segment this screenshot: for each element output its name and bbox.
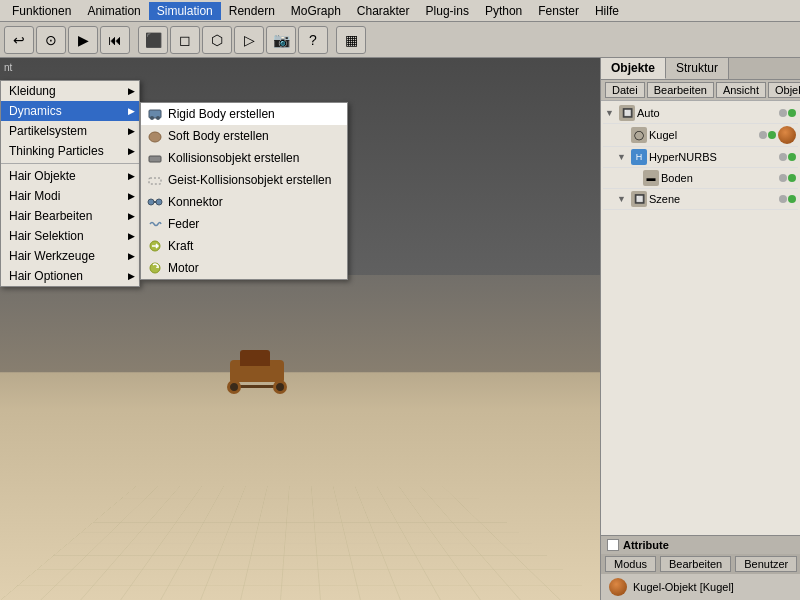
svg-rect-5 bbox=[149, 178, 161, 184]
menu-kleidung[interactable]: Kleidung bbox=[1, 81, 139, 101]
toolbar-btn5[interactable]: ⬛ bbox=[138, 26, 168, 54]
toolbar-undo[interactable]: ↩ bbox=[4, 26, 34, 54]
toolbar-btn4[interactable]: ⏮ bbox=[100, 26, 130, 54]
toolbar-btn3[interactable]: ▶ bbox=[68, 26, 98, 54]
menu-hair-modi[interactable]: Hair Modi bbox=[1, 186, 139, 206]
menu-simulation[interactable]: Simulation bbox=[149, 2, 221, 20]
submenu-kraft[interactable]: Kraft bbox=[141, 235, 347, 257]
obj-tree: ▼ 🔲 Auto ◯ Kugel ▼ bbox=[601, 101, 800, 535]
main-layout: nt Kleidung Dynamics Partikelsystem Thin… bbox=[0, 58, 800, 600]
menu-partikelsystem[interactable]: Partikelsystem bbox=[1, 121, 139, 141]
toolbar-help[interactable]: ? bbox=[298, 26, 328, 54]
menu-hair-optionen[interactable]: Hair Optionen bbox=[1, 266, 139, 286]
svg-point-1 bbox=[150, 116, 154, 120]
menu-rendern[interactable]: Rendern bbox=[221, 2, 283, 20]
menu-hair-bearbeiten[interactable]: Hair Bearbeiten bbox=[1, 206, 139, 226]
toolbar-camera[interactable]: 📷 bbox=[266, 26, 296, 54]
dot1 bbox=[779, 195, 787, 203]
expand-hypernurbs: ▼ bbox=[617, 152, 629, 162]
dynamics-submenu: Rigid Body erstellen Soft Body erstellen bbox=[140, 102, 348, 280]
attr-tab-bearbeiten[interactable]: Bearbeiten bbox=[660, 556, 731, 572]
svg-point-3 bbox=[149, 132, 161, 142]
obj-row-hypernurbs[interactable]: ▼ H HyperNURBS bbox=[603, 147, 798, 168]
obj-name-szene: Szene bbox=[649, 193, 777, 205]
right-panel: Objekte Struktur Datei Bearbeiten Ansich… bbox=[600, 58, 800, 600]
menu-mograph[interactable]: MoGraph bbox=[283, 2, 349, 20]
toolbar-btn2[interactable]: ⊙ bbox=[36, 26, 66, 54]
submenu-konnektor[interactable]: Konnektor bbox=[141, 191, 347, 213]
menu-dynamics[interactable]: Dynamics bbox=[1, 101, 139, 121]
car-model bbox=[222, 354, 292, 394]
menu-funktionen[interactable]: Funktionen bbox=[4, 2, 79, 20]
submenu-kollision[interactable]: Kollisionsobjekt erstellen bbox=[141, 147, 347, 169]
svg-point-6 bbox=[148, 199, 154, 205]
menu-python[interactable]: Python bbox=[477, 2, 530, 20]
toolbar-objekte[interactable]: ▦ bbox=[336, 26, 366, 54]
dot1 bbox=[779, 153, 787, 161]
obj-dots-kugel bbox=[759, 131, 776, 139]
attr-object-name: Kugel-Objekt [Kugel] bbox=[633, 581, 734, 593]
icon-szene: 🔲 bbox=[631, 191, 647, 207]
obj-dots-boden bbox=[779, 174, 796, 182]
submenu-geist[interactable]: Geist-Kollisionsobjekt erstellen bbox=[141, 169, 347, 191]
force-icon bbox=[147, 238, 163, 254]
attr-checkbox[interactable] bbox=[607, 539, 619, 551]
rigid-icon bbox=[147, 106, 163, 122]
obj-objekte-btn[interactable]: Objekte bbox=[768, 82, 800, 98]
attr-tabs: Modus Bearbeiten Benutzer bbox=[601, 554, 800, 574]
motor-icon bbox=[147, 260, 163, 276]
spring-icon bbox=[147, 216, 163, 232]
menu-hilfe[interactable]: Hilfe bbox=[587, 2, 627, 20]
submenu-soft-body[interactable]: Soft Body erstellen bbox=[141, 125, 347, 147]
obj-name-kugel: Kugel bbox=[649, 129, 757, 141]
obj-ansicht[interactable]: Ansicht bbox=[716, 82, 766, 98]
dot2 bbox=[768, 131, 776, 139]
car-wheel-front-left bbox=[227, 380, 241, 394]
obj-row-boden[interactable]: ▬ Boden bbox=[603, 168, 798, 189]
attr-content: Kugel-Objekt [Kugel] bbox=[601, 574, 800, 600]
simulation-dropdown: Kleidung Dynamics Partikelsystem Thinkin… bbox=[0, 80, 140, 287]
svg-rect-4 bbox=[149, 156, 161, 162]
submenu-feder[interactable]: Feder bbox=[141, 213, 347, 235]
submenu-motor[interactable]: Motor bbox=[141, 257, 347, 279]
menu-charakter[interactable]: Charakter bbox=[349, 2, 418, 20]
attr-title: Attribute bbox=[623, 539, 669, 551]
viewport-label: nt bbox=[4, 62, 12, 73]
dot2 bbox=[788, 174, 796, 182]
toolbar-btn6[interactable]: ◻ bbox=[170, 26, 200, 54]
icon-kugel: ◯ bbox=[631, 127, 647, 143]
menu-separator-1 bbox=[1, 163, 139, 164]
menu-hair-selektion[interactable]: Hair Selektion bbox=[1, 226, 139, 246]
viewport[interactable]: nt Kleidung Dynamics Partikelsystem Thin… bbox=[0, 58, 600, 600]
attr-tab-benutzer[interactable]: Benutzer bbox=[735, 556, 797, 572]
obj-row-auto[interactable]: ▼ 🔲 Auto bbox=[603, 103, 798, 124]
attr-tab-modus[interactable]: Modus bbox=[605, 556, 656, 572]
obj-row-szene[interactable]: ▼ 🔲 Szene bbox=[603, 189, 798, 210]
dot1 bbox=[759, 131, 767, 139]
obj-datei[interactable]: Datei bbox=[605, 82, 645, 98]
menu-animation[interactable]: Animation bbox=[79, 2, 148, 20]
toolbar-btn7[interactable]: ⬡ bbox=[202, 26, 232, 54]
menu-thinking-particles[interactable]: Thinking Particles bbox=[1, 141, 139, 161]
dot1 bbox=[779, 174, 787, 182]
ghost-icon bbox=[147, 172, 163, 188]
icon-boden: ▬ bbox=[643, 170, 659, 186]
expand-auto: ▼ bbox=[605, 108, 617, 118]
obj-name-hypernurbs: HyperNURBS bbox=[649, 151, 777, 163]
toolbar-render[interactable]: ▷ bbox=[234, 26, 264, 54]
tab-struktur[interactable]: Struktur bbox=[666, 58, 729, 79]
obj-thumb-kugel bbox=[778, 126, 796, 144]
submenu-rigid-body[interactable]: Rigid Body erstellen bbox=[141, 103, 347, 125]
menu-hair-werkzeuge[interactable]: Hair Werkzeuge bbox=[1, 246, 139, 266]
obj-row-kugel[interactable]: ◯ Kugel bbox=[603, 124, 798, 147]
connector-icon bbox=[147, 194, 163, 210]
tab-objekte[interactable]: Objekte bbox=[601, 58, 666, 79]
menu-plugins[interactable]: Plug-ins bbox=[418, 2, 477, 20]
icon-auto: 🔲 bbox=[619, 105, 635, 121]
svg-point-2 bbox=[156, 116, 160, 120]
menu-fenster[interactable]: Fenster bbox=[530, 2, 587, 20]
dot2 bbox=[788, 109, 796, 117]
menu-hair-objekte[interactable]: Hair Objekte bbox=[1, 166, 139, 186]
obj-bearbeiten[interactable]: Bearbeiten bbox=[647, 82, 714, 98]
attr-header: Attribute bbox=[601, 536, 800, 554]
